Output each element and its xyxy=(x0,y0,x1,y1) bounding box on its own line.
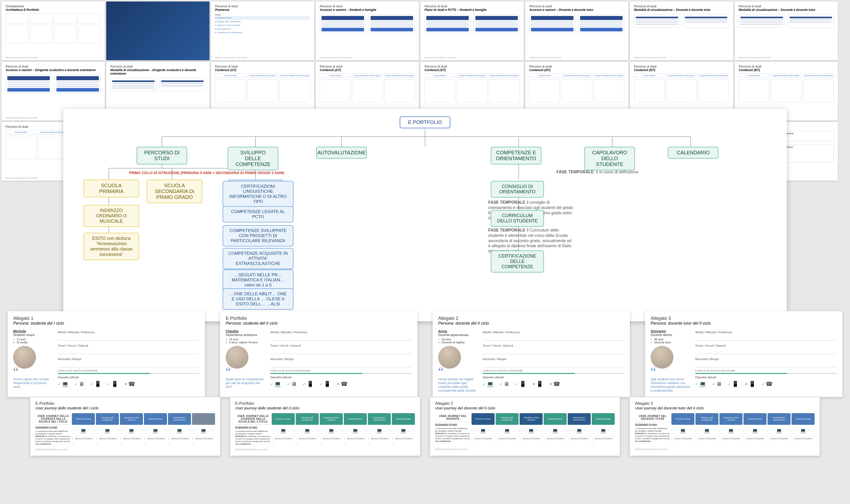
laptop-icon: 💻 xyxy=(727,428,735,434)
lane-bullets: Visiona le informazioni …… xyxy=(671,436,694,446)
lane-bullets: Visiona le informazioni …… xyxy=(592,436,615,446)
journey-role: User journey dello studente del I ciclo xyxy=(35,406,215,410)
stage-label: Capolavoro dello studente xyxy=(120,413,143,425)
device-4: ✕☎ xyxy=(337,381,348,388)
thumb-0[interactable]: OrientamentoArchitettura E-PortfolioMini… xyxy=(1,1,105,60)
persona-bullet: 16 anni xyxy=(229,338,266,341)
thumb-footer: Ministero dell'Istruzione e del merito xyxy=(5,56,38,59)
node-sviluppo-3: COMPETENZE ACQUISITE IN ATTIVITA' EXTRAS… xyxy=(223,248,293,269)
device-icon-row: 💻 xyxy=(472,425,494,436)
device-0: ✓💻 xyxy=(483,381,493,388)
persona-bullet: 53 anni xyxy=(442,338,478,341)
thumb-title: Percorso di studi xyxy=(739,65,834,68)
hdr-1: Timori / Vincoli / Ostacoli xyxy=(270,344,412,347)
stage-label: Guida alla scelta xyxy=(392,413,415,425)
device-icon-row: 💻 xyxy=(792,425,815,436)
thumb-title: Percorso di studi xyxy=(5,65,101,68)
stage-label: Autovalutazione xyxy=(344,413,367,425)
node-cat-1: SVILUPPO DELLE COMPETENZE xyxy=(228,147,278,170)
hdr-1: Timori / Vincoli / Ostacoli xyxy=(58,344,199,347)
persona-allegato: E-Portfolio xyxy=(225,316,412,321)
dig-slider xyxy=(483,373,625,374)
thumb-subtitle: Premesse xyxy=(215,8,310,12)
journey-allegato: Allegato 2 xyxy=(435,401,615,406)
lane-bullets: Visiona le informazioni …… xyxy=(720,436,742,446)
eportfolio-diagram: E PORTFOLIO PRIMO CICLO DI ISTRUZIONE (P… xyxy=(63,109,787,321)
device-icon-row: 💻 xyxy=(72,425,95,436)
thumb-title: Percorso di studi xyxy=(110,65,205,68)
laptop-icon: 💻 xyxy=(599,428,608,434)
thumb-title: Percorso di studi xyxy=(320,65,415,68)
journey-head: USER JOURNEY DELLO STUDENTE DELLA SCUOLA… xyxy=(235,413,271,425)
device-icon-row: 💻 xyxy=(695,425,719,436)
stage-label: Sviluppo delle competenze xyxy=(296,413,319,425)
thumb-5[interactable]: Percorso di studiAccesso e sezioni – Doc… xyxy=(525,1,628,60)
persona-role: Persona: docente tutor del II ciclo xyxy=(651,321,837,326)
device-icon-row: 💻 xyxy=(720,425,742,436)
quote-mark-icon: “ xyxy=(438,368,478,375)
laptop-icon: 💻 xyxy=(575,428,583,434)
thumb-2[interactable]: Percorso di studiPremesseIndice▸ Percors… xyxy=(211,1,314,60)
persona-bullet: 46 anni xyxy=(654,338,691,341)
persona-allegato: Allegato 3 xyxy=(651,316,837,321)
node-yellow-child-1: ESITO con dicitura "Ammesso/non ammesso … xyxy=(84,233,139,260)
persona-bullet: II anno, Istituto Tecnico xyxy=(229,341,266,344)
persona-bullet: Docente tutor xyxy=(654,341,691,344)
stage-label: Competenze e orientamento xyxy=(368,413,391,425)
node-yellow-1: SCUOLA SECONDARIA DI PRIMO GRADO xyxy=(147,180,202,203)
node-cat-0: PERCORSO DI STUDI xyxy=(137,147,187,164)
stage-label: Guida alla scelta xyxy=(592,413,615,425)
thumb-subtitle: Accesso e sezioni – Docente e docente tu… xyxy=(529,8,625,12)
thumb-1[interactable] xyxy=(106,1,210,60)
device-2: ✓📱 xyxy=(303,381,314,388)
device-1: ✓🖥 xyxy=(712,381,722,388)
lane-bullets: Visiona le informazioni …… xyxy=(96,436,119,446)
journey-footer: Ministero dell'Istruzione e del merito xyxy=(235,448,415,451)
thumb-subtitle: Contenuti (3/7) xyxy=(424,68,520,72)
thumb-footer: Ministero dell'Istruzione e del merito xyxy=(5,116,38,119)
thumb-3[interactable]: Percorso di studiAccesso e sezioni – Stu… xyxy=(316,1,419,60)
persona-allegato: Allegato 2 xyxy=(438,316,625,321)
journey-head: USER JOURNEY DEL DOCENTE xyxy=(435,413,471,422)
journey-scenario-text: Lo studente accede alla Piattaforma per … xyxy=(235,430,271,445)
device-row: ✓💻✓🖥✓📱✓📱✕☎ xyxy=(58,381,199,388)
thumb-7[interactable]: Percorso di studiModalità di visualizzaz… xyxy=(735,1,838,60)
journey-2: Allegato 2 User journey del docente del … xyxy=(430,397,620,456)
laptop-icon: 💻 xyxy=(127,428,135,434)
thumb-6[interactable]: Percorso di studiModalità di visualizzaz… xyxy=(630,1,733,60)
persona-bullet: 13 anni xyxy=(17,338,54,341)
stage-label: Sviluppo delle competenze xyxy=(96,413,119,425)
journey-lane-5: … 💻 Visiona le informazioni …… xyxy=(192,413,215,446)
laptop-icon: 💻 xyxy=(503,428,511,434)
persona-2: Allegato 2 Persona: docente del II ciclo… xyxy=(433,311,630,397)
device-4: ✕☎ xyxy=(549,381,560,388)
journey-row: E-Portfolio User journey dello studente … xyxy=(30,397,820,456)
thumb-4[interactable]: Percorso di studiPiano di studi e PCTO –… xyxy=(420,1,524,60)
laptop-icon: 💻 xyxy=(679,428,687,434)
device-3: ✕📱 xyxy=(745,381,756,388)
journey-footer: Ministero dell'Istruzione e del merito xyxy=(435,448,615,450)
device-icon-row: 💻 xyxy=(544,425,567,436)
laptop-icon: 💻 xyxy=(399,428,408,434)
device-2: ✓📱 xyxy=(515,381,526,388)
persona-name: Michele xyxy=(13,329,54,333)
stage-label: Sviluppo delle competenze xyxy=(495,413,519,425)
laptop-icon: 💻 xyxy=(199,428,208,434)
device-icon-row: 💻 xyxy=(120,425,143,436)
journey-lane-0: Percorso di studi 💻 Visiona le informazi… xyxy=(671,413,694,446)
persona-quote: Agli studenti non serve l'ennesimo obiet… xyxy=(651,377,691,392)
device-icon-row: 💻 xyxy=(392,425,415,436)
persona-role: Persona: docente del II ciclo xyxy=(438,321,625,326)
laptop-icon: 💻 xyxy=(799,428,807,434)
laptop-icon: 💻 xyxy=(375,428,383,434)
journey-lane-2: Capolavoro dello studente 💻 Visiona le i… xyxy=(120,413,143,446)
stage-label: Autovalutazione xyxy=(544,413,567,425)
thumb-subtitle: Piano di studi e PCTO – Studenti e famig… xyxy=(424,8,520,12)
persona-desc: Docente appassionata xyxy=(438,333,478,337)
thumb-footer: Ministero dell'Istruzione e del merito xyxy=(529,56,561,59)
dig-label: LIVELLO DI DIGITALIZZAZIONE xyxy=(270,370,412,372)
device-0: ✓💻 xyxy=(270,381,281,388)
device-2: ✓📱 xyxy=(90,381,101,388)
persona-1: E-Portfolio Persona: studente del II cic… xyxy=(220,311,417,397)
quote-mark-icon: “ xyxy=(13,368,54,375)
